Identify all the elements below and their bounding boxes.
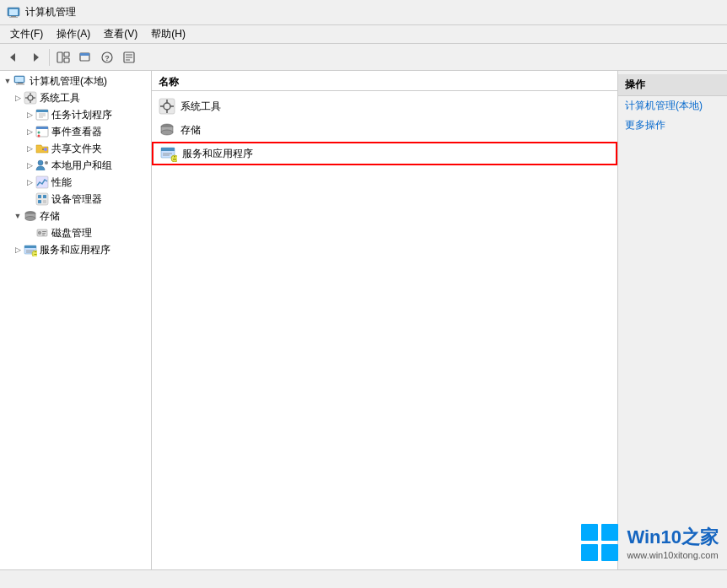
watermark-text: Win10之家 www.win10xitong.com: [627, 525, 719, 560]
tree-event-viewer[interactable]: ▷ 事件查看器: [0, 123, 151, 140]
services-expand-icon[interactable]: ▷: [12, 244, 24, 256]
system-tools-icon: [24, 91, 37, 105]
right-panel-title: 操作: [618, 74, 727, 96]
shared-expand[interactable]: ▷: [24, 143, 35, 154]
watermark: Win10之家 www.win10xitong.com: [579, 522, 719, 563]
system-tools-expand-icon[interactable]: ▷: [12, 92, 24, 104]
computer-icon: [13, 74, 27, 88]
tree-device-manager-label: 设备管理器: [51, 192, 102, 207]
help-button[interactable]: ?: [97, 47, 117, 67]
svg-point-34: [38, 132, 40, 134]
menu-action[interactable]: 操作(A): [50, 25, 97, 43]
tree-services-label: 服务和应用程序: [40, 243, 110, 257]
svg-rect-7: [64, 52, 69, 57]
menu-file[interactable]: 文件(F): [3, 25, 50, 43]
tree-root[interactable]: ▼ 计算机管理(本地): [0, 73, 151, 89]
tree-system-tools[interactable]: ▷ 系统工具: [0, 89, 151, 106]
svg-rect-28: [36, 110, 48, 112]
svg-rect-53: [42, 233, 46, 234]
new-window-button[interactable]: [75, 47, 95, 67]
svg-rect-2: [11, 16, 16, 17]
content-item-services[interactable]: 服务和应用程序: [152, 142, 617, 165]
root-expand-icon[interactable]: ▼: [2, 75, 13, 87]
tree-storage[interactable]: ▼ 存储: [0, 208, 151, 224]
content-storage-label: 存储: [180, 123, 201, 138]
svg-rect-1: [9, 9, 18, 15]
windows-logo: [579, 522, 620, 563]
svg-point-35: [38, 135, 40, 138]
svg-rect-54: [42, 235, 45, 235]
tree-panel: ▼ 计算机管理(本地) ▷: [0, 71, 152, 569]
tree-performance[interactable]: ▷ 性能: [0, 174, 151, 191]
tree-shared-folders-label: 共享文件夹: [51, 142, 102, 156]
back-button[interactable]: [3, 47, 24, 67]
svg-rect-8: [64, 58, 69, 62]
tree-local-users-label: 本地用户和组: [51, 159, 112, 173]
storage-expand-icon[interactable]: ▼: [12, 210, 24, 222]
toolbar-separator-1: [49, 49, 50, 66]
right-panel: 操作 计算机管理(本地) 更多操作: [617, 71, 727, 569]
forward-button[interactable]: [25, 47, 46, 67]
svg-rect-40: [36, 176, 48, 188]
svg-point-51: [39, 232, 40, 234]
watermark-win10: Win10: [627, 526, 681, 548]
tree-disk-management[interactable]: ▷ 磁盘管理: [0, 224, 151, 241]
content-header: 名称: [152, 74, 617, 91]
tree-storage-label: 存储: [40, 209, 60, 224]
disk-management-icon: [35, 226, 49, 240]
performance-icon: [35, 175, 49, 189]
toolbar: ?: [0, 44, 727, 71]
svg-rect-78: [581, 524, 598, 541]
show-console-tree-button[interactable]: [53, 47, 73, 67]
svg-rect-33: [36, 127, 48, 129]
column-name: 名称: [159, 75, 179, 89]
svg-rect-56: [24, 245, 36, 248]
svg-point-70: [161, 130, 173, 135]
svg-rect-20: [16, 84, 24, 85]
tree-event-viewer-label: 事件查看器: [51, 125, 102, 139]
svg-rect-6: [57, 52, 62, 62]
perf-expand[interactable]: ▷: [24, 176, 35, 188]
tree-task-scheduler-label: 任务计划程序: [51, 108, 112, 122]
tree-local-users[interactable]: ▷ 本地用户和组: [0, 157, 151, 174]
watermark-url: www.win10xitong.com: [627, 550, 719, 560]
tree-device-manager[interactable]: ▷ 设备管理器: [0, 191, 151, 208]
svg-point-36: [44, 148, 47, 151]
content-panel: 名称 系统工具: [152, 71, 617, 569]
event-viewer-icon: [35, 125, 49, 138]
tree-root-label: 计算机管理(本地): [30, 74, 107, 89]
svg-rect-61: [35, 254, 37, 255]
tree-shared-folders[interactable]: ▷ 共享文件夹: [0, 140, 151, 157]
main-layout: ▼ 计算机管理(本地) ▷: [0, 71, 727, 569]
tree-task-scheduler[interactable]: ▷ 任务计划程序: [0, 106, 151, 123]
content-system-tools-icon: [159, 98, 175, 115]
properties-button[interactable]: [119, 47, 139, 67]
svg-rect-19: [18, 83, 23, 84]
svg-rect-10: [80, 53, 89, 56]
right-panel-item-1[interactable]: 更多操作: [618, 116, 727, 135]
tree-services-apps[interactable]: ▷ 服务和应用程序: [0, 241, 151, 258]
svg-rect-52: [42, 231, 46, 232]
svg-rect-43: [43, 195, 46, 198]
app-icon: [7, 6, 20, 19]
svg-rect-3: [9, 17, 18, 18]
svg-rect-45: [43, 200, 46, 203]
svg-point-39: [45, 161, 48, 165]
menu-bar: 文件(F) 操作(A) 查看(V) 帮助(H): [0, 25, 727, 44]
right-panel-item-0[interactable]: 计算机管理(本地): [618, 96, 727, 116]
menu-view[interactable]: 查看(V): [97, 25, 144, 43]
event-expand[interactable]: ▷: [24, 126, 35, 138]
content-item-storage[interactable]: 存储: [152, 118, 617, 142]
content-item-system-tools[interactable]: 系统工具: [152, 94, 617, 118]
users-expand[interactable]: ▷: [24, 159, 35, 171]
menu-help[interactable]: 帮助(H): [144, 25, 192, 43]
watermark-zh: 之家: [681, 526, 719, 548]
device-manager-icon: [35, 192, 49, 206]
svg-marker-5: [34, 53, 39, 62]
svg-point-48: [25, 217, 35, 221]
task-expand[interactable]: ▷: [24, 109, 35, 121]
local-users-icon: [35, 159, 49, 172]
storage-icon: [24, 209, 37, 223]
watermark-title: Win10之家: [627, 525, 719, 550]
svg-point-38: [38, 160, 43, 165]
